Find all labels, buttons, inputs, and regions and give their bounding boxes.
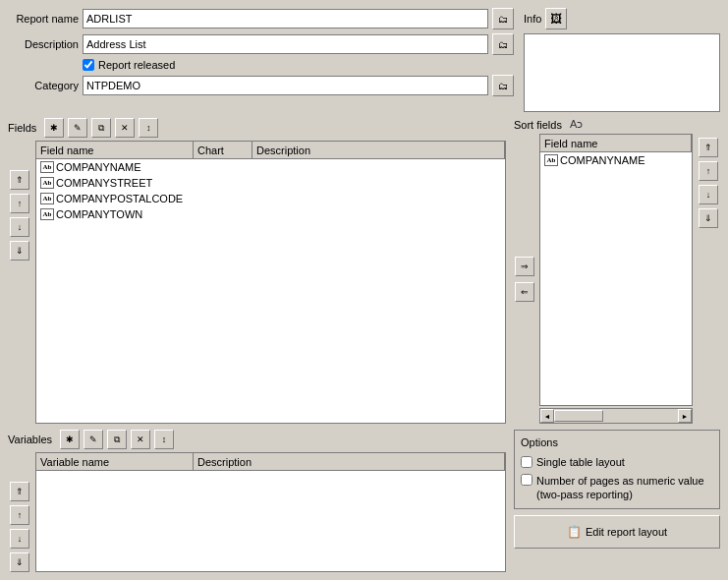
- table-row[interactable]: Ab COMPANYTOWN: [36, 206, 505, 222]
- edit-report-label: Edit report layout: [586, 526, 667, 538]
- vars-up-top-icon: ⇑: [16, 487, 24, 496]
- fields-col-name: Field name: [36, 142, 194, 158]
- table-row[interactable]: Ab COMPANYSTREET: [36, 175, 505, 191]
- scrollbar-track: [554, 409, 678, 423]
- fields-move-bottom-button[interactable]: ⇓: [10, 241, 29, 261]
- variables-sort-button[interactable]: ↕: [154, 430, 174, 449]
- sort-right-icon: ⇒: [521, 261, 529, 271]
- sort-move-up-button[interactable]: ↑: [699, 161, 718, 181]
- variables-copy-button[interactable]: ⧉: [107, 430, 127, 449]
- fields-label: Fields: [8, 122, 36, 134]
- vars-move-up-button[interactable]: ↑: [10, 505, 29, 525]
- fields-table: Field name Chart Description Ab COMPANYN…: [35, 141, 506, 424]
- sort-fields-label: Sort fields: [514, 119, 562, 131]
- chevron-left-icon: ◄: [544, 413, 551, 420]
- edit-report-layout-button[interactable]: 📋 Edit report layout: [514, 515, 720, 549]
- var-col-name: Variable name: [36, 453, 194, 470]
- sort-move-top-button[interactable]: ⇑: [699, 138, 718, 157]
- variables-label: Variables: [8, 434, 52, 445]
- variables-edit-icon: ✎: [89, 435, 97, 444]
- scroll-right-button[interactable]: ►: [678, 409, 692, 423]
- fields-edit-button[interactable]: ✎: [68, 118, 87, 138]
- description-input[interactable]: [83, 34, 488, 54]
- report-name-label: Report name: [8, 13, 79, 25]
- vars-move-bottom-button[interactable]: ⇓: [10, 552, 29, 572]
- category-label: Category: [8, 80, 79, 91]
- fields-sort-button[interactable]: ↕: [139, 118, 158, 138]
- category-input[interactable]: [83, 76, 488, 95]
- chevron-right-icon: ►: [682, 413, 689, 420]
- fields-delete-button[interactable]: ✕: [115, 118, 135, 138]
- move-top-icon: ⇑: [16, 175, 24, 185]
- vars-down-bottom-icon: ⇓: [16, 557, 24, 567]
- category-browse-button[interactable]: 🗂: [492, 75, 514, 96]
- fields-col-desc: Description: [252, 142, 505, 158]
- info-display-panel: [524, 33, 720, 112]
- single-table-checkbox[interactable]: [521, 456, 532, 468]
- vars-move-down-button[interactable]: ↓: [10, 529, 29, 549]
- fields-new-button[interactable]: ✱: [44, 118, 64, 138]
- edit-report-icon: 📋: [567, 525, 582, 539]
- fields-copy-icon: ⧉: [98, 123, 104, 134]
- variables-edit-button[interactable]: ✎: [84, 430, 103, 449]
- options-box: Options Single table layout Number of pa…: [514, 430, 720, 509]
- fields-table-header: Field name Chart Description: [36, 142, 505, 159]
- move-bottom-icon: ⇓: [16, 246, 24, 256]
- sort-table-header: Field name: [540, 135, 692, 152]
- options-label: Options: [521, 436, 713, 448]
- scroll-left-button[interactable]: ◄: [540, 409, 554, 423]
- fields-move-top-button[interactable]: ⇑: [10, 170, 29, 190]
- sort-horizontal-scrollbar[interactable]: ◄ ►: [539, 408, 693, 424]
- sort-table-row[interactable]: Ab COMPANYNAME: [540, 152, 692, 168]
- report-name-browse-button[interactable]: 🗂: [492, 8, 514, 29]
- fields-move-up-button[interactable]: ↑: [10, 194, 29, 213]
- vars-move-top-button[interactable]: ⇑: [10, 482, 29, 501]
- browse-icon-3: 🗂: [498, 81, 508, 91]
- sort-field-type-icon: Ab: [544, 154, 558, 166]
- fields-move-down-button[interactable]: ↓: [10, 217, 29, 237]
- info-icon: 🖼: [550, 12, 562, 26]
- sort-aa-icon: Aↄ: [570, 118, 583, 131]
- var-col-desc: Description: [194, 453, 505, 470]
- fields-edit-icon: ✎: [74, 123, 82, 133]
- sort-table-body: Ab COMPANYNAME: [540, 152, 692, 405]
- fields-col-chart: Chart: [194, 142, 252, 158]
- variables-table-header: Variable name Description: [36, 453, 505, 471]
- move-down-icon: ↓: [18, 222, 23, 232]
- sort-up-icon: ↑: [706, 166, 711, 176]
- fields-delete-icon: ✕: [121, 123, 129, 133]
- sort-down-bottom-icon: ⇓: [704, 213, 712, 223]
- sort-move-down-button[interactable]: ↓: [699, 185, 718, 204]
- report-name-input[interactable]: [83, 9, 488, 29]
- description-label: Description: [8, 38, 79, 50]
- vars-down-icon: ↓: [18, 534, 23, 544]
- browse-icon-2: 🗂: [498, 39, 508, 50]
- variables-new-button[interactable]: ✱: [60, 430, 80, 449]
- fields-copy-button[interactable]: ⧉: [91, 118, 111, 138]
- single-table-label: Single table layout: [536, 456, 625, 468]
- sort-left-icon: ⇐: [521, 287, 529, 297]
- fields-sort-icon: ↕: [146, 123, 151, 133]
- sort-remove-button[interactable]: ⇐: [515, 282, 534, 302]
- sort-add-button[interactable]: ⇒: [515, 257, 534, 276]
- sort-move-bottom-button[interactable]: ⇓: [699, 208, 718, 228]
- variables-new-icon: ✱: [66, 435, 74, 444]
- move-up-icon: ↑: [18, 199, 23, 208]
- scrollbar-thumb[interactable]: [554, 410, 603, 422]
- table-row[interactable]: Ab COMPANYPOSTALCODE: [36, 191, 505, 206]
- description-browse-button[interactable]: 🗂: [492, 33, 514, 55]
- info-button[interactable]: 🖼: [545, 8, 567, 29]
- variables-copy-icon: ⧉: [114, 435, 120, 445]
- info-label: Info: [524, 13, 541, 25]
- table-row[interactable]: Ab COMPANYNAME: [36, 159, 505, 175]
- report-released-checkbox[interactable]: [83, 59, 94, 71]
- num-pages-checkbox[interactable]: [521, 474, 532, 486]
- variables-table: Variable name Description: [35, 452, 506, 572]
- browse-icon: 🗂: [498, 14, 508, 25]
- fields-new-icon: ✱: [50, 123, 58, 133]
- variables-delete-button[interactable]: ✕: [131, 430, 150, 449]
- sort-col-name: Field name: [540, 135, 692, 151]
- num-pages-label: Number of pages as numeric value(two-pas…: [536, 474, 704, 502]
- field-type-icon: Ab: [40, 161, 54, 173]
- field-type-icon: Ab: [40, 193, 54, 204]
